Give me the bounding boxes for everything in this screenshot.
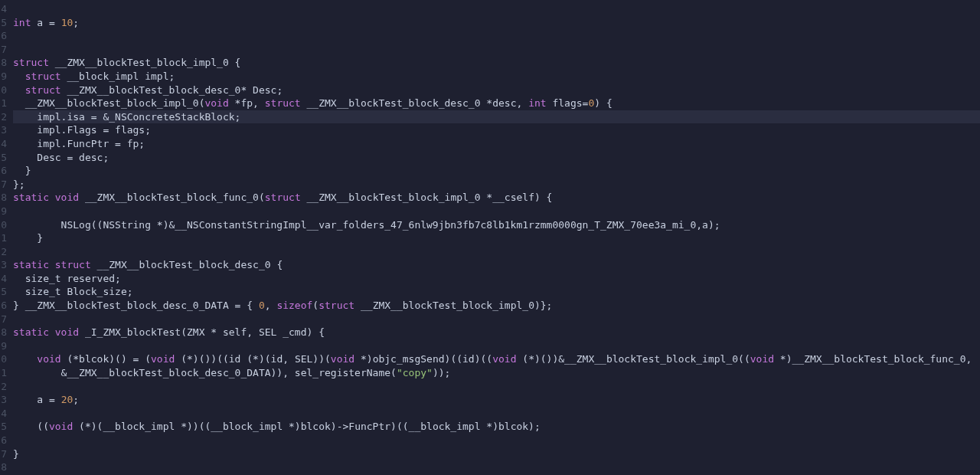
line-number: 6: [0, 164, 9, 178]
token-id: (*)())((id (*)(id, SEL))(: [175, 353, 331, 365]
code-line[interactable]: Desc = desc;: [13, 151, 980, 165]
token-id: }: [13, 232, 43, 244]
code-line[interactable]: [13, 380, 980, 394]
token-id: ));: [433, 367, 450, 378]
token-id: [13, 70, 25, 82]
code-editor[interactable]: 45678901234567890123456789012345678 int …: [0, 0, 980, 475]
token-id: __ZMX__blockTest_block_impl_0)};: [354, 300, 552, 311]
token-id: __ZMX__blockTest_block_impl_0 *__cself) …: [301, 192, 553, 203]
token-id: *)objc_msgSend)((id)((: [354, 353, 492, 365]
token-ty: void: [37, 353, 60, 365]
token-kw: sizeof: [276, 300, 312, 311]
token-id: ) {: [594, 97, 612, 109]
code-line[interactable]: }: [13, 447, 980, 461]
token-ty: void: [55, 192, 79, 203]
token-id: ;: [73, 394, 79, 405]
code-line[interactable]: [13, 29, 980, 43]
code-line[interactable]: size_t reserved;: [13, 272, 980, 286]
token-id: size_t Block_size;: [13, 286, 133, 297]
token-id: impl.isa = &_NSConcreteStackBlock;: [13, 111, 240, 123]
code-line[interactable]: impl.Flags = flags;: [13, 123, 980, 137]
token-id: (: [312, 300, 318, 311]
line-number: 4: [0, 407, 9, 421]
code-content[interactable]: int a = 10; struct __ZMX__blockTest_bloc…: [9, 0, 980, 475]
line-number: 9: [0, 205, 9, 218]
token-id: };: [13, 179, 25, 190]
code-line[interactable]: [13, 313, 980, 326]
code-line[interactable]: }: [13, 231, 980, 245]
line-number: 3: [0, 258, 9, 272]
line-number: 7: [0, 313, 9, 326]
line-number: 5: [0, 151, 9, 165]
token-id: (*)())&__ZMX__blockTest_block_impl_0((: [516, 353, 750, 365]
token-kw: struct: [318, 300, 354, 311]
code-line[interactable]: [13, 460, 980, 474]
code-line[interactable]: struct __block_impl impl;: [13, 70, 980, 84]
token-id: __ZMX__blockTest_block_impl_0(: [13, 97, 204, 109]
code-line[interactable]: size_t Block_size;: [13, 285, 980, 299]
code-line[interactable]: [13, 43, 980, 57]
code-line[interactable]: [13, 2, 980, 16]
code-line[interactable]: [13, 205, 980, 218]
token-id: } __ZMX__blockTest_block_desc_0_DATA = {: [13, 300, 259, 311]
code-line[interactable]: struct __ZMX__blockTest_block_impl_0 {: [13, 56, 980, 70]
line-number: 6: [0, 434, 9, 447]
token-id: ((: [13, 421, 49, 432]
token-id: Desc = desc;: [13, 152, 109, 163]
code-line[interactable]: [13, 245, 980, 259]
code-line[interactable]: }: [13, 164, 980, 178]
line-number: 5: [0, 420, 9, 434]
line-number: 1: [0, 366, 9, 380]
code-line[interactable]: [13, 407, 980, 421]
code-line[interactable]: void (*blcok)() = (void (*)())((id (*)(i…: [13, 352, 980, 366]
line-number: 1: [0, 97, 9, 110]
code-line[interactable]: } __ZMX__blockTest_block_desc_0_DATA = {…: [13, 299, 980, 313]
token-id: _I_ZMX_blockTest(ZMX * self, SEL _cmd) {: [79, 326, 325, 338]
line-number: 8: [0, 191, 9, 205]
token-kw: struct: [265, 97, 301, 109]
code-line[interactable]: NSLog((NSString *)&__NSConstantStringImp…: [13, 218, 980, 232]
token-ty: void: [151, 353, 175, 365]
token-ty: void: [492, 353, 516, 365]
token-id: __ZMX__blockTest_block_impl_0 {: [49, 57, 240, 68]
token-id: }: [13, 165, 31, 176]
token-id: NSLog((NSString *)&__NSConstantStringImp…: [13, 219, 720, 231]
code-line[interactable]: };: [13, 178, 980, 192]
code-line[interactable]: __ZMX__blockTest_block_impl_0(void *fp, …: [13, 97, 980, 110]
token-id: *)__ZMX__blockTest_block_func_0,: [774, 353, 972, 365]
code-line[interactable]: int a = 10;: [13, 16, 980, 30]
token-id: __ZMX__blockTest_block_desc_0 *desc,: [301, 97, 528, 109]
token-id: __ZMX__blockTest_block_desc_0 {: [91, 259, 283, 270]
token-id: ,: [265, 300, 277, 311]
token-kw: static: [13, 259, 49, 270]
code-line[interactable]: static struct __ZMX__blockTest_block_des…: [13, 258, 980, 272]
line-number: 5: [0, 285, 9, 299]
code-line[interactable]: static void _I_ZMX_blockTest(ZMX * self,…: [13, 326, 980, 339]
token-id: (*blcok)() = (: [61, 353, 151, 365]
line-number: 6: [0, 29, 9, 43]
code-line[interactable]: ((void (*)(__block_impl *))((__block_imp…: [13, 420, 980, 434]
line-number: 7: [0, 447, 9, 461]
line-number: 3: [0, 393, 9, 407]
line-number: 4: [0, 137, 9, 151]
code-line[interactable]: [13, 434, 980, 447]
token-id: impl.FuncPtr = fp;: [13, 138, 145, 149]
token-num: 0: [259, 300, 265, 311]
code-line[interactable]: [13, 339, 980, 353]
line-number: 5: [0, 16, 9, 30]
code-line[interactable]: impl.isa = &_NSConcreteStackBlock;: [13, 110, 980, 124]
code-line[interactable]: static void __ZMX__blockTest_block_func_…: [13, 191, 980, 205]
token-ty: void: [750, 353, 774, 365]
token-kw: struct: [25, 84, 61, 96]
line-number: 7: [0, 178, 9, 192]
line-number: 8: [0, 56, 9, 70]
line-number: 4: [0, 272, 9, 286]
code-line[interactable]: struct __ZMX__blockTest_block_desc_0* De…: [13, 84, 980, 97]
token-id: a =: [31, 17, 60, 28]
token-num: 10: [61, 17, 74, 28]
token-kw: struct: [55, 259, 91, 270]
code-line[interactable]: &__ZMX__blockTest_block_desc_0_DATA)), s…: [13, 366, 980, 380]
token-kw: static: [13, 326, 49, 338]
code-line[interactable]: a = 20;: [13, 393, 980, 407]
code-line[interactable]: impl.FuncPtr = fp;: [13, 137, 980, 151]
